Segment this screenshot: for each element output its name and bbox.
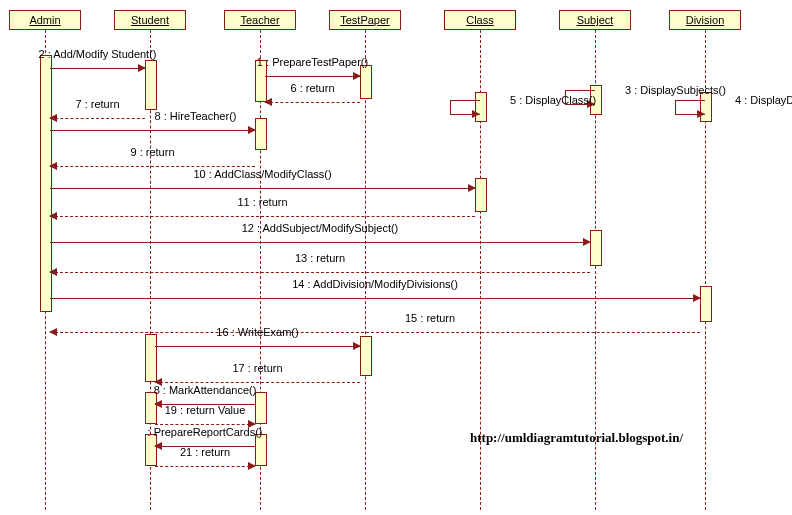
message-m2: 2 : Add/Modify Student() xyxy=(45,62,150,76)
lifeline-header-subject: Subject xyxy=(559,10,631,30)
message-label: 12 : AddSubject/ModifySubject() xyxy=(242,222,399,234)
message-label: 8 : HireTeacher() xyxy=(155,110,237,122)
message-label: 4 : DisplayDivision() xyxy=(735,94,792,106)
message-m6: 6 : return xyxy=(260,96,365,110)
lifeline-header-teacher: Teacher xyxy=(224,10,296,30)
message-label: : PrepareReportCards() xyxy=(148,426,263,438)
lifeline-header-class: Class xyxy=(444,10,516,30)
message-label: 2 : Add/Modify Student() xyxy=(38,48,156,60)
message-label: 21 : return xyxy=(180,446,230,458)
message-label: 3 : DisplaySubjects() xyxy=(625,84,726,96)
message-m15: 15 : return xyxy=(45,326,705,340)
message-m21: 21 : return xyxy=(150,460,260,474)
footer-link: http://umldiagramtutorial.blogspot.in/ xyxy=(470,430,683,446)
message-label: 14 : AddDivision/ModifyDivisions() xyxy=(292,278,458,290)
message-m8: 8 : HireTeacher() xyxy=(45,124,260,138)
message-m5: 5 : DisplayClass() xyxy=(450,100,480,114)
message-label: 5 : DisplayClass() xyxy=(510,94,596,106)
message-m10: 10 : AddClass/ModifyClass() xyxy=(45,182,480,196)
message-label: 9 : return xyxy=(130,146,174,158)
message-label: 1 : PrepareTestPaper() xyxy=(257,56,368,68)
message-label: 6 : return xyxy=(290,82,334,94)
message-label: 17 : return xyxy=(232,362,282,374)
message-m14: 14 : AddDivision/ModifyDivisions() xyxy=(45,292,705,306)
message-m16: 16 : WriteExam() xyxy=(150,340,365,354)
message-label: 15 : return xyxy=(405,312,455,324)
lifeline-header-admin: Admin xyxy=(9,10,81,30)
message-label: 19 : return Value xyxy=(165,404,246,416)
message-label: 8 : MarkAttendance() xyxy=(154,384,257,396)
lifeline-header-testpaper: TestPaper xyxy=(329,10,401,30)
message-m4: 4 : DisplayDivision() xyxy=(675,100,705,114)
message-label: 11 : return xyxy=(237,196,287,208)
message-label: 13 : return xyxy=(295,252,345,264)
lifeline-header-student: Student xyxy=(114,10,186,30)
message-m12: 12 : AddSubject/ModifySubject() xyxy=(45,236,595,250)
message-label: 7 : return xyxy=(75,98,119,110)
message-label: 10 : AddClass/ModifyClass() xyxy=(193,168,331,180)
message-label: 16 : WriteExam() xyxy=(216,326,298,338)
lifeline-header-division: Division xyxy=(669,10,741,30)
